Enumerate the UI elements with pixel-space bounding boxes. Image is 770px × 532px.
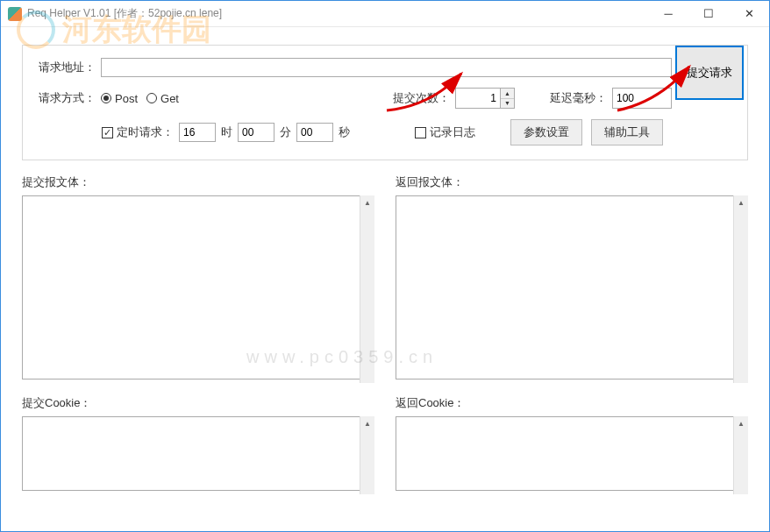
window-title: Req Helper V1.01 [作者：52pojie.cn lene] — [27, 6, 222, 21]
count-label: 提交次数： — [393, 90, 450, 106]
minimize-button[interactable]: ─ — [648, 1, 688, 27]
response-cookie-textarea[interactable] — [396, 416, 748, 491]
delay-label: 延迟毫秒： — [550, 90, 607, 106]
hour-input[interactable] — [179, 123, 216, 142]
scrollbar[interactable]: ▲ — [360, 416, 374, 494]
spinner-down-icon[interactable]: ▼ — [501, 99, 514, 109]
scrollbar[interactable]: ▲ — [733, 416, 748, 494]
request-body-label: 提交报文体： — [22, 174, 374, 190]
maximize-button[interactable]: ☐ — [688, 1, 729, 27]
close-button[interactable]: ✕ — [729, 1, 769, 27]
hour-label: 时 — [221, 124, 232, 140]
response-cookie-label: 返回Cookie： — [396, 395, 748, 411]
request-settings-group: 提交请求 请求地址： 请求方式： Post Get 提交次数： — [22, 45, 748, 160]
post-radio[interactable]: Post — [101, 92, 138, 105]
response-body-label: 返回报文体： — [396, 174, 748, 190]
second-label: 秒 — [339, 124, 350, 140]
radio-icon — [146, 93, 157, 103]
delay-input[interactable] — [612, 88, 672, 109]
request-cookie-textarea[interactable] — [22, 416, 374, 491]
timed-checkbox[interactable]: 定时请求： — [102, 124, 174, 140]
app-icon — [8, 7, 22, 21]
submit-request-button[interactable]: 提交请求 — [675, 46, 744, 100]
scrollbar[interactable]: ▲ — [360, 195, 374, 383]
url-input[interactable] — [101, 58, 672, 77]
request-cookie-label: 提交Cookie： — [22, 395, 374, 411]
checkbox-icon — [415, 127, 426, 138]
url-label: 请求地址： — [39, 60, 96, 75]
count-spinner[interactable]: ▲ ▼ — [455, 88, 515, 109]
scroll-up-icon[interactable]: ▲ — [360, 195, 374, 210]
scroll-up-icon[interactable]: ▲ — [734, 416, 748, 431]
log-checkbox[interactable]: 记录日志 — [415, 124, 475, 140]
titlebar: Req Helper V1.01 [作者：52pojie.cn lene] ─ … — [1, 1, 769, 27]
scroll-up-icon[interactable]: ▲ — [734, 195, 748, 210]
spinner-up-icon[interactable]: ▲ — [501, 89, 514, 99]
scrollbar[interactable]: ▲ — [733, 195, 748, 383]
scroll-up-icon[interactable]: ▲ — [360, 416, 374, 431]
aux-tools-button[interactable]: 辅助工具 — [591, 119, 663, 145]
response-body-textarea[interactable] — [396, 195, 748, 379]
method-label: 请求方式： — [39, 90, 96, 106]
minute-label: 分 — [280, 124, 291, 140]
get-radio[interactable]: Get — [146, 92, 179, 105]
radio-icon — [101, 93, 111, 103]
window-buttons: ─ ☐ ✕ — [648, 1, 769, 27]
count-input[interactable] — [456, 89, 500, 108]
minute-input[interactable] — [238, 123, 274, 142]
checkbox-icon — [102, 127, 113, 138]
request-body-textarea[interactable] — [22, 195, 374, 379]
second-input[interactable] — [296, 123, 333, 142]
param-settings-button[interactable]: 参数设置 — [510, 119, 582, 145]
